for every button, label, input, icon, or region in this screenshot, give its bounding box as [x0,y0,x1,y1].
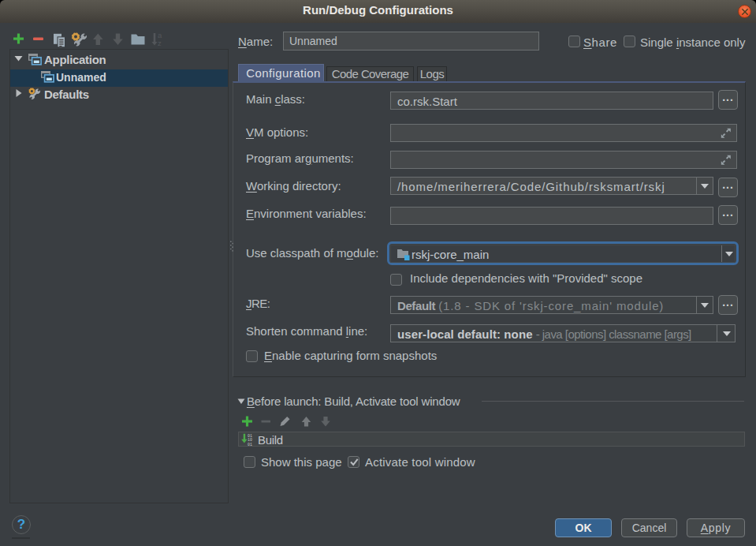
svg-text:01: 01 [248,434,252,438]
svg-text:z: z [158,39,162,47]
svg-text:01: 01 [248,443,252,446]
